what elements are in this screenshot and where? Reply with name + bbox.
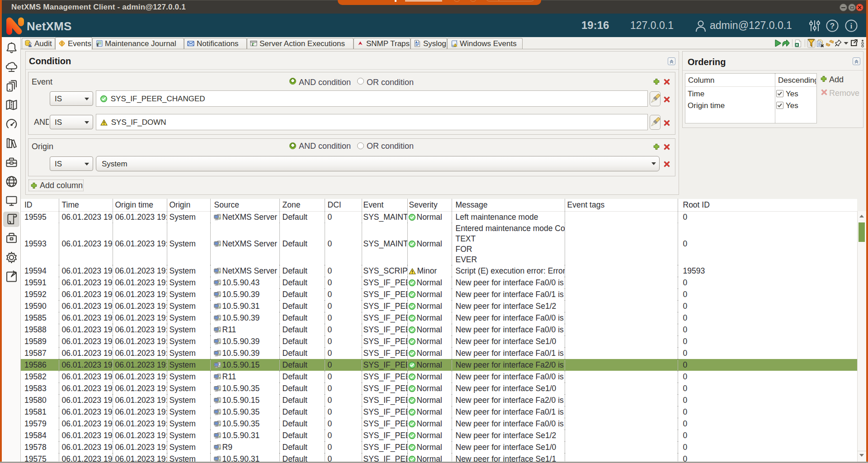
svg-text:i: i bbox=[850, 22, 853, 30]
svg-text:?: ? bbox=[830, 22, 835, 30]
